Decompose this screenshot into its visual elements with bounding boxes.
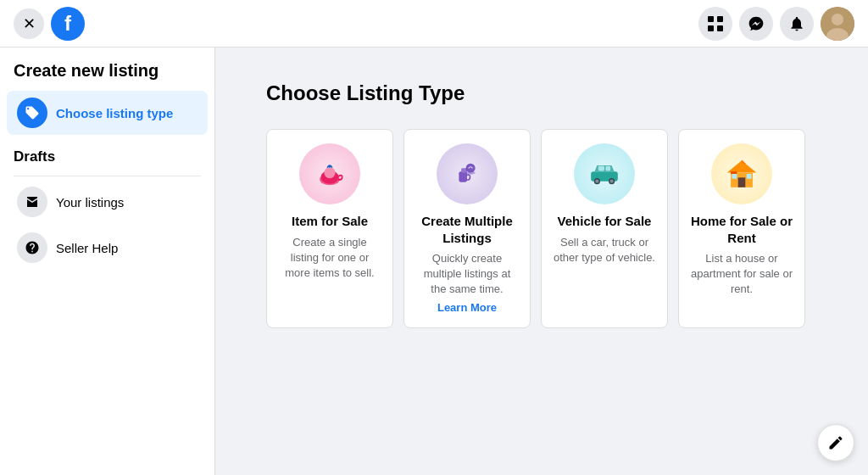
choose-listing-type-label: Choose listing type [56,106,173,120]
page-heading: Choose Listing Type [266,81,465,105]
svg-rect-11 [459,171,467,182]
svg-rect-20 [598,166,604,171]
avatar-image [821,7,854,41]
home-for-sale-title: Home for Sale or Rent [689,213,794,246]
car-illustration [585,154,624,193]
svg-rect-27 [731,171,737,174]
edit-icon [827,434,844,451]
listing-type-cards: Item for Sale Create a single listing fo… [266,129,805,328]
create-multiple-desc: Quickly create multiple listings at the … [415,251,520,298]
svg-point-9 [324,167,335,178]
svg-rect-24 [738,177,746,187]
create-multiple-title: Create Multiple Listings [415,213,520,246]
svg-point-5 [832,14,843,25]
sidebar-item-seller-help[interactable]: Seller Help [7,226,208,270]
sidebar-title: Create new listing [0,61,214,91]
svg-marker-22 [727,160,757,172]
notifications-icon-button[interactable] [780,7,814,41]
item-for-sale-title: Item for Sale [292,213,368,230]
grid-icon [707,15,724,32]
home-for-sale-desc: List a house or apartment for sale or re… [689,251,794,298]
svg-rect-25 [732,174,737,179]
main-content: Choose Listing Type Item for Sale Create… [215,48,868,475]
home-icon [711,143,772,204]
multiple-cups-illustration [448,155,486,193]
create-multiple-icon [437,143,498,204]
sidebar-item-choose-listing-type[interactable]: Choose listing type [7,91,208,135]
help-icon [25,240,40,255]
sidebar-divider [14,176,201,176]
your-listings-label: Your listings [56,195,124,210]
create-multiple-listings-card[interactable]: Create Multiple Listings Quickly create … [403,129,531,328]
svg-rect-3 [717,25,723,31]
svg-point-19 [609,179,613,182]
teapot-illustration [312,156,348,192]
top-nav: ✕ f [0,0,868,48]
your-listings-icon [17,187,47,217]
choose-listing-type-icon [17,98,47,128]
facebook-logo: f [51,7,85,41]
svg-rect-26 [747,174,752,179]
bell-icon [788,15,805,32]
svg-rect-2 [708,25,714,31]
avatar[interactable] [821,7,854,41]
grid-icon-button[interactable] [698,7,732,41]
layout: Create new listing Choose listing type D… [0,0,868,475]
sidebar: Create new listing Choose listing type D… [0,48,215,475]
close-button[interactable]: ✕ [14,8,44,39]
edit-button[interactable] [817,424,854,461]
vehicle-for-sale-desc: Sell a car, truck or other type of vehic… [552,235,657,265]
house-illustration [722,154,761,193]
seller-help-icon [17,232,47,263]
svg-rect-1 [717,16,723,22]
storefront-icon [25,194,40,210]
svg-rect-21 [605,166,610,171]
vehicle-for-sale-title: Vehicle for Sale [558,213,652,230]
messenger-icon [748,15,765,32]
messenger-icon-button[interactable] [739,7,773,41]
svg-point-10 [329,165,331,168]
svg-point-17 [595,179,598,182]
sidebar-item-your-listings[interactable]: Your listings [7,180,208,224]
vehicle-icon [574,143,635,204]
nav-right [698,7,854,41]
item-for-sale-card[interactable]: Item for Sale Create a single listing fo… [266,129,393,328]
svg-rect-0 [708,16,714,22]
learn-more-link[interactable]: Learn More [437,301,497,314]
seller-help-label: Seller Help [56,241,118,255]
item-for-sale-icon [299,143,360,204]
vehicle-for-sale-card[interactable]: Vehicle for Sale Sell a car, truck or ot… [541,129,668,328]
home-for-sale-or-rent-card[interactable]: Home for Sale or Rent List a house or ap… [678,129,805,328]
item-for-sale-desc: Create a single listing for one or more … [277,235,382,282]
nav-left: ✕ f [14,7,85,41]
drafts-section-title: Drafts [0,135,214,172]
tag-icon [25,105,40,120]
svg-point-14 [466,171,476,175]
